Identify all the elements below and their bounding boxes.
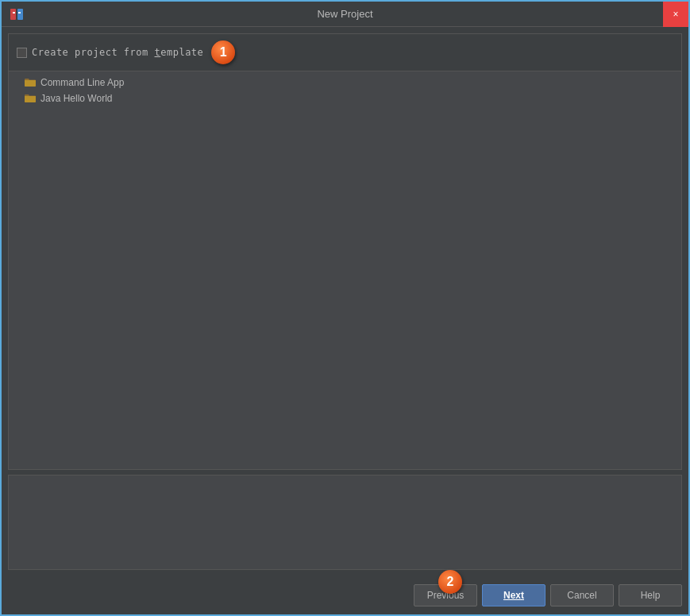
list-item[interactable]: Command Line App [9,75,681,90]
step-badge-1: 1 [211,40,235,64]
template-item-label: Java Hello World [40,93,112,104]
dialog-window: New Project × Create project from templa… [0,0,690,616]
next-button-label: Next [503,590,524,601]
template-checkbox-label: Create project from template [32,47,203,58]
app-icon [10,7,24,21]
step-badge-2: 2 [438,570,462,594]
cancel-button[interactable]: Cancel [550,584,614,606]
dialog-title: New Project [317,8,372,20]
svg-rect-1 [17,9,23,20]
svg-rect-2 [13,12,15,13]
folder-icon [25,94,36,103]
close-button[interactable]: × [663,2,688,27]
svg-rect-0 [10,9,16,20]
content-area: Create project from template 1 Command L… [8,33,682,470]
title-bar: New Project × [2,2,688,27]
dialog-body: Create project from template 1 Command L… [2,27,688,576]
list-item[interactable]: Java Hello World [9,90,681,106]
template-list: Command Line App Java Hello World [9,71,681,110]
help-button[interactable]: Help [619,584,682,606]
folder-icon [25,78,36,87]
button-bar: 2 Previous Next Cancel Help [2,576,688,614]
template-checkbox[interactable] [17,48,27,58]
checkbox-area: Create project from template [17,47,203,58]
template-header: Create project from template 1 [9,34,681,71]
bottom-panel [8,475,682,570]
svg-rect-3 [18,12,21,13]
next-button[interactable]: Next [482,584,545,606]
template-item-label: Command Line App [40,77,124,88]
